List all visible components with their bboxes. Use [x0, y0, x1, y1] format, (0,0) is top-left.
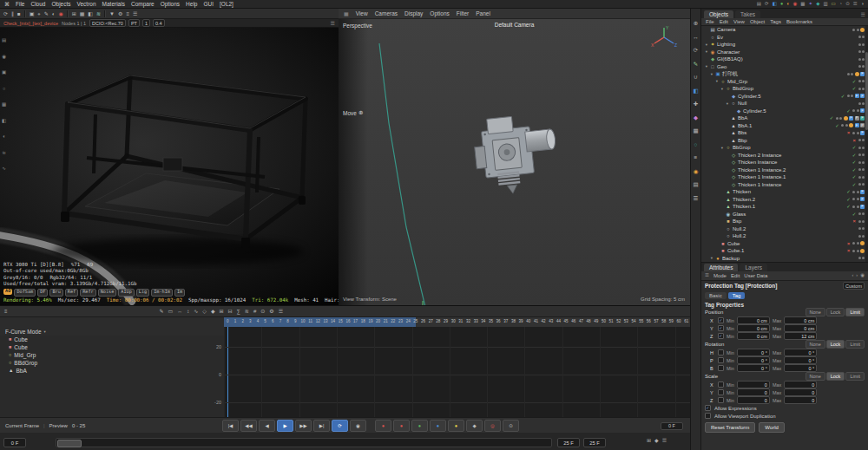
- object-icon[interactable]: ○: [725, 233, 732, 238]
- range-start-field[interactable]: 0 F: [3, 438, 26, 447]
- timeline-track[interactable]: ○Mid_Grp: [0, 351, 224, 359]
- object-row[interactable]: ◇Thicken Instance✓: [701, 159, 868, 166]
- kernel-chip-df[interactable]: DF: [37, 289, 48, 297]
- enabled-check-icon[interactable]: ✓: [852, 86, 857, 91]
- frame-number[interactable]: 44: [555, 319, 562, 323]
- disabled-cross-icon[interactable]: ×: [852, 218, 857, 224]
- enabled-check-icon[interactable]: ✓: [846, 189, 852, 194]
- render-pause-icon[interactable]: ∥: [11, 11, 14, 16]
- visibility-dot[interactable]: [858, 161, 861, 164]
- goto-end-button[interactable]: ▶|: [313, 420, 330, 432]
- object-row[interactable]: ■Cube.1×: [701, 247, 868, 255]
- kernel-chip-im[interactable]: Im: [174, 289, 185, 297]
- object-tag-icon[interactable]: [855, 72, 859, 76]
- kernel-chip-refr[interactable]: Refr: [80, 289, 96, 297]
- tray-icon-sync[interactable]: ⟳: [765, 2, 769, 7]
- visibility-dot[interactable]: [852, 109, 855, 112]
- object-icon[interactable]: ▲: [730, 130, 737, 135]
- tab-layers[interactable]: Layers: [740, 264, 767, 271]
- frame-number[interactable]: 38: [510, 319, 517, 323]
- tray-icon-wifi[interactable]: ◔: [839, 2, 842, 7]
- object-tag-icon[interactable]: F: [860, 205, 865, 209]
- frame-number[interactable]: 58: [660, 319, 667, 323]
- object-tag-icon[interactable]: F: [849, 116, 853, 121]
- tray-icon-clock[interactable]: ◑: [861, 2, 864, 7]
- move-keys-icon[interactable]: ↔: [177, 309, 182, 314]
- object-row[interactable]: ◇Thicken 1 Instance.2✓: [701, 166, 868, 174]
- axis-checkbox[interactable]: [718, 357, 724, 363]
- object-icon[interactable]: ◇: [730, 167, 737, 173]
- visibility-dot[interactable]: [862, 102, 865, 105]
- visibility-dot[interactable]: [852, 191, 855, 193]
- object-icon[interactable]: ▲: [725, 204, 732, 209]
- settings-icon[interactable]: ⚙: [118, 11, 122, 16]
- frame-number[interactable]: 22: [390, 319, 398, 323]
- visibility-dot[interactable]: [862, 235, 865, 238]
- visibility-dot[interactable]: [857, 191, 859, 193]
- visibility-dot[interactable]: [862, 80, 865, 82]
- frame-number[interactable]: 0: [224, 319, 232, 323]
- octane-render-canvas[interactable]: ▤◉▣○▦◧◐≋∿ RTX 3080 Ti [D][B.8] %71 69 Ou…: [0, 28, 339, 305]
- max-field[interactable]: 0 cm: [784, 324, 817, 332]
- menu-gui[interactable]: GUI: [203, 1, 214, 7]
- visibility-dot[interactable]: [862, 58, 865, 61]
- frame-number[interactable]: 13: [322, 319, 330, 323]
- tonemap-icon[interactable]: ◐: [2, 134, 6, 140]
- object-tag-icon[interactable]: F: [860, 94, 865, 98]
- object-icon[interactable]: ◉: [725, 212, 732, 217]
- subtab-basic[interactable]: Basic: [705, 292, 727, 299]
- frame-number[interactable]: 26: [419, 319, 427, 323]
- tray-icon-color[interactable]: ◐: [786, 2, 789, 7]
- scale-keys-icon[interactable]: ↕: [187, 309, 189, 314]
- visibility-dot[interactable]: [858, 65, 861, 68]
- object-tag-icon[interactable]: [860, 249, 865, 253]
- visibility-dot[interactable]: [857, 109, 859, 112]
- loop-button[interactable]: ⟳: [332, 420, 348, 432]
- menu-materials[interactable]: Materials: [102, 1, 125, 7]
- frame-number[interactable]: 33: [472, 319, 480, 323]
- object-row[interactable]: ▲Bbp×: [701, 137, 868, 145]
- visibility-dot[interactable]: [857, 242, 859, 245]
- object-row[interactable]: ▲Thicken✓F: [701, 188, 868, 196]
- octane-setting-chip-0[interactable]: DCIO:<Rec.70: [89, 19, 126, 27]
- object-icon[interactable]: ◇: [730, 182, 737, 187]
- frame-number[interactable]: 37: [502, 319, 510, 323]
- panel-menu-icon[interactable]: ☰: [861, 12, 865, 17]
- object-row[interactable]: ▲BbA.1✓FP: [701, 122, 868, 130]
- range-end-field[interactable]: 25 F: [557, 438, 580, 447]
- frame-number[interactable]: 46: [569, 319, 577, 323]
- tab-takes[interactable]: Takes: [735, 10, 760, 18]
- attr-menu-edit[interactable]: Edit: [731, 273, 740, 278]
- rotation-limit-button[interactable]: Limit: [845, 340, 865, 349]
- viewport-canvas[interactable]: Perspective Default Camera Move⊕ Y X Z V…: [339, 19, 690, 305]
- attr-menu-user-data[interactable]: User Data: [744, 273, 767, 278]
- visibility-dot[interactable]: [845, 124, 848, 127]
- axis-checkbox[interactable]: ✓: [718, 325, 724, 331]
- key-pencil-icon[interactable]: ✎: [160, 309, 164, 314]
- frame-number[interactable]: 53: [622, 319, 630, 323]
- object-row[interactable]: ▤Camera: [701, 26, 868, 34]
- object-row[interactable]: ■Bsp×: [701, 218, 868, 225]
- visibility-dot[interactable]: [841, 124, 844, 127]
- preset-dropdown[interactable]: Custom: [843, 282, 865, 290]
- object-tag-icon[interactable]: F: [860, 116, 865, 121]
- axis-gizmo-icon[interactable]: Y X Z: [650, 24, 680, 50]
- box-select-icon[interactable]: ▭: [168, 309, 174, 314]
- side-axis-icon[interactable]: ✚: [694, 101, 698, 108]
- tray-icon-grid[interactable]: ▦: [800, 2, 805, 7]
- visibility-dot[interactable]: [839, 117, 842, 120]
- menu-objects[interactable]: Objects: [51, 1, 70, 7]
- frame-number[interactable]: 25: [412, 319, 420, 323]
- visibility-dot[interactable]: [852, 205, 855, 208]
- visibility-dot[interactable]: [862, 147, 865, 149]
- kernel-chip-dofsam[interactable]: DofSam: [14, 289, 36, 297]
- object-tag-icon[interactable]: F: [860, 131, 865, 135]
- keyframe-selection-button[interactable]: ⊙: [503, 420, 519, 432]
- object-tag-icon[interactable]: [844, 116, 848, 121]
- tray-icon-chat[interactable]: ●: [780, 2, 783, 7]
- position-none-button[interactable]: None: [806, 308, 825, 316]
- kernel-chip-lig[interactable]: Lig: [136, 289, 149, 297]
- enabled-check-icon[interactable]: ✓: [852, 167, 857, 173]
- side-scale-icon[interactable]: ↔: [693, 35, 699, 41]
- scale-limit-button[interactable]: Limit: [845, 372, 865, 381]
